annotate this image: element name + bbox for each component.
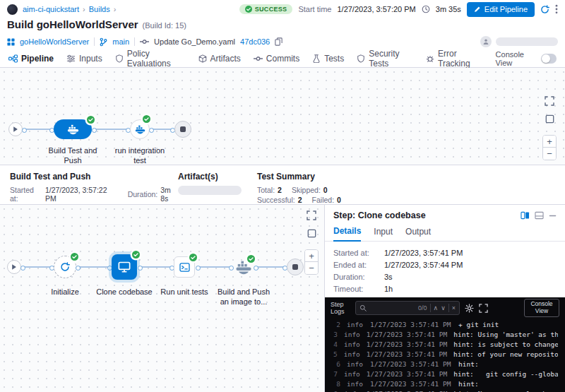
breadcrumb-project[interactable]: aim-ci-quickstart	[23, 5, 79, 13]
success-check-icon	[131, 250, 141, 259]
layout-bottom-icon[interactable]	[535, 211, 544, 220]
successful-label: Successful:	[257, 196, 295, 204]
search-close-icon[interactable]: ×	[452, 305, 456, 311]
step-label[interactable]: Build and Push an image to...	[213, 287, 274, 307]
tab-security-label: Security Tests	[369, 49, 413, 69]
pipeline-graph-canvas[interactable]: Build Test and Push run integration test…	[0, 68, 565, 165]
commit-icon	[140, 39, 149, 44]
repo-link[interactable]: goHelloWorldServer	[20, 37, 89, 46]
redacted-artifact	[178, 186, 242, 195]
minimize-icon[interactable]	[549, 212, 557, 220]
tab-input[interactable]: Input	[374, 227, 393, 241]
copy-icon[interactable]	[275, 37, 282, 46]
fit-view-icon[interactable]	[307, 229, 316, 238]
stage-run-integration-node[interactable]	[130, 119, 150, 139]
log-search-box[interactable]: 0/0 ∧ ∨ ×	[355, 301, 460, 315]
zoom-out-button[interactable]: −	[543, 148, 556, 160]
redacted-username	[496, 37, 558, 46]
stage-label[interactable]: run integration test	[110, 145, 170, 166]
inputs-icon	[66, 54, 76, 63]
pipeline-start-node[interactable]	[8, 122, 23, 136]
gear-icon[interactable]	[465, 304, 474, 313]
skipped-value: 0	[323, 186, 328, 194]
log-row: 5info1/27/2023 3:57:41 PMhint: of your n…	[325, 350, 565, 360]
search-next-icon[interactable]: ∨	[441, 305, 446, 311]
log-row: 2info1/27/2023 3:57:41 PM+ git init	[325, 320, 565, 330]
step-label[interactable]: Initialize	[40, 287, 90, 297]
tab-policy-evaluations[interactable]: Policy Evaluations	[115, 49, 186, 67]
step-build-push-node[interactable]	[233, 257, 254, 278]
tab-security-tests[interactable]: Security Tests	[357, 49, 413, 67]
breadcrumb-builds[interactable]: Builds	[89, 5, 110, 13]
tab-tests-label: Tests	[324, 54, 344, 64]
tab-artifacts-label: Artifacts	[210, 54, 241, 64]
status-label: SUCCESS	[255, 6, 287, 13]
console-view-label: Console View	[496, 50, 537, 67]
tab-pipeline[interactable]: Pipeline	[8, 49, 54, 67]
connector	[256, 266, 285, 268]
success-check-icon	[246, 254, 256, 263]
zoom-in-button[interactable]: +	[543, 136, 556, 148]
fullscreen-icon[interactable]	[479, 304, 488, 313]
stage-build-test-push-node[interactable]	[54, 119, 92, 139]
log-row: 9info1/27/2023 3:57:41 PMhint: Names com…	[325, 389, 565, 392]
stage-label[interactable]: Build Test and Push	[41, 145, 105, 166]
connector	[151, 129, 173, 130]
build-id: (Build Id: 15)	[143, 21, 186, 30]
search-prev-icon[interactable]: ∧	[434, 305, 439, 311]
connector	[24, 129, 52, 130]
step-clone-codebase-node[interactable]	[112, 254, 137, 280]
tab-output[interactable]: Output	[405, 227, 431, 241]
branch-link[interactable]: main	[112, 37, 129, 46]
commit-sha-link[interactable]: 47dc036	[240, 37, 270, 46]
edit-pipeline-label: Edit Pipeline	[484, 5, 528, 13]
pipeline-icon	[8, 54, 18, 63]
edit-pipeline-button[interactable]: Edit Pipeline	[467, 2, 535, 17]
started-at-value: 1/27/2023, 3:57:41 PM	[384, 249, 463, 257]
divider	[134, 37, 135, 46]
step-label[interactable]: Clone codebase	[96, 287, 153, 297]
log-search-input[interactable]	[369, 304, 415, 312]
success-check-icon	[142, 114, 151, 124]
success-check-icon	[86, 115, 95, 124]
tab-error-tracking[interactable]: Error Tracking	[426, 49, 483, 67]
console-title: Step Logs	[331, 301, 350, 316]
tab-tests[interactable]: Tests	[312, 49, 344, 67]
started-value: 1/27/2023, 3:57:22 PM	[45, 186, 117, 203]
divider	[430, 304, 431, 312]
step-detail-panel: Step: Clone codebase Details Input Outpu…	[325, 205, 565, 392]
tab-pipeline-label: Pipeline	[21, 54, 54, 64]
tab-commits[interactable]: Commits	[254, 49, 299, 67]
zoom-in-button[interactable]: +	[305, 250, 318, 262]
more-menu-icon[interactable]	[555, 4, 558, 14]
divider	[94, 37, 95, 46]
fullscreen-icon[interactable]	[545, 96, 554, 106]
refresh-icon[interactable]	[540, 5, 549, 14]
total-label: Total:	[257, 186, 275, 194]
execution-area: Initialize Clone codebase Run unit tests…	[0, 205, 565, 392]
zoom-out-button[interactable]: −	[305, 262, 318, 274]
step-panel-tabs: Details Input Output	[325, 223, 565, 242]
tab-artifacts[interactable]: Artifacts	[198, 49, 241, 67]
execution-start-node[interactable]	[7, 260, 21, 274]
console-view-toggle[interactable]	[541, 54, 557, 64]
log-row: 6info1/27/2023 3:57:41 PMhint:	[325, 360, 565, 369]
breadcrumb-separator: ›	[83, 5, 85, 13]
log-rows[interactable]: 2info1/27/2023 3:57:41 PM+ git init 3inf…	[325, 319, 565, 392]
tab-inputs[interactable]: Inputs	[66, 49, 102, 67]
breadcrumb-separator: ›	[114, 5, 117, 13]
step-run-unit-tests-node[interactable]	[174, 256, 195, 278]
execution-graph-canvas[interactable]: Initialize Clone codebase Run unit tests…	[0, 205, 325, 392]
fit-view-icon[interactable]	[545, 114, 554, 124]
step-details: Started at:1/27/2023, 3:57:41 PM Ended a…	[325, 242, 565, 300]
fullscreen-icon[interactable]	[307, 210, 316, 220]
step-label[interactable]: Run unit tests	[154, 287, 215, 297]
page-title: Build goHelloWorldServer	[7, 18, 138, 30]
tab-details[interactable]: Details	[333, 226, 361, 242]
console-view-button[interactable]: Console View	[524, 299, 559, 317]
success-check-icon	[189, 253, 198, 262]
step-initialize-node[interactable]	[54, 256, 76, 278]
layout-split-icon[interactable]	[521, 211, 530, 220]
title-bar: Build goHelloWorldServer (Build Id: 15)	[0, 18, 565, 34]
log-row: 7info1/27/2023 3:57:41 PMhint: git confi…	[325, 369, 565, 379]
